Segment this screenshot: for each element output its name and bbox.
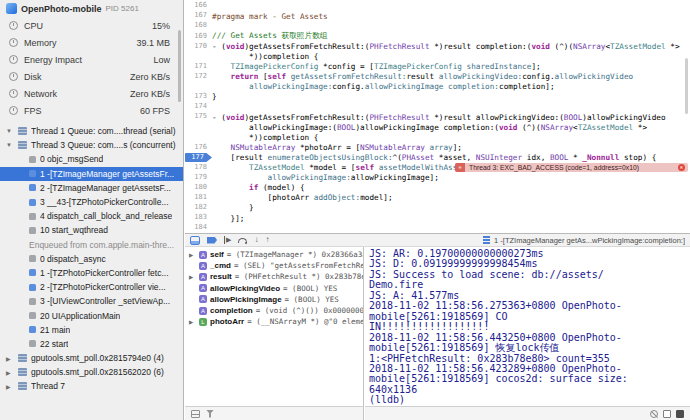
code-text: allowPickingImage:config.allowPickingIma… [212, 82, 555, 91]
stack-frame-row[interactable]: 3 -[UIViewController _setViewAp... [0, 294, 183, 308]
show-variables-toggle-icon[interactable] [663, 410, 671, 418]
line-number: 166 [185, 1, 212, 11]
frame-jump-label: 1 -[TZImageManager getAs...wPickingImage… [494, 236, 685, 245]
show-console-toggle-icon[interactable] [676, 410, 684, 418]
breakpoints-toggle-button[interactable] [207, 237, 217, 244]
stack-frame-label: 1 -[TZImageManager getAssetsFr... [40, 169, 174, 179]
disclosure-triangle-icon[interactable]: ▶ [6, 383, 14, 390]
disclosure-triangle-icon[interactable]: ▼ [6, 128, 14, 134]
line-number [185, 82, 212, 92]
stack-frame-label: 2 -[TZPhotoPickerController vie... [40, 282, 166, 292]
code-line: 178 TZAssetModel *model = [self assetMod… [185, 163, 690, 173]
line-number: 176 [185, 143, 212, 153]
code-text: - (void)getAssetsFromFetchResult:(PHFetc… [212, 113, 666, 122]
code-text: #pragma mark - Get Assets [212, 12, 328, 21]
stack-frame-row[interactable]: 3 __43-[TZPhotoPickerControlle... [0, 195, 183, 209]
hide-debug-area-button[interactable] [190, 236, 200, 245]
variable-row[interactable]: ▶LphotoArr= (__NSArrayM *) @"0 elements" [185, 316, 363, 327]
disclosure-triangle-icon[interactable]: ▶ [189, 274, 196, 280]
variable-type-icon: A [199, 262, 207, 270]
code-line: 176 NSMutableArray *photoArr = [NSMutabl… [185, 142, 690, 152]
variables-scope-icon[interactable] [191, 410, 200, 418]
variable-row[interactable]: Acompletion= (void (^)()) 0x000000010038… [185, 305, 363, 316]
frame-jump-bar[interactable]: 1 -[TZImageManager getAs...wPickingImage… [483, 236, 685, 245]
stack-frame-row[interactable]: 20 UIApplicationMain [0, 308, 183, 322]
console-line: mobile[5261:1918569] cocos2d: surface si… [369, 374, 690, 384]
line-number: 168 [185, 21, 212, 31]
thread-row[interactable]: ▼Thread 3 Queue: com....s (concurrent) [0, 138, 183, 152]
variable-row[interactable]: AallowPickingImage= (BOOL) YES [185, 294, 363, 305]
stack-frame-icon [29, 269, 36, 276]
thread-row[interactable]: ▼Thread 1 Queue: com....thread (serial) [0, 124, 183, 138]
code-text: *))completion { [212, 133, 318, 142]
disclosure-triangle-icon[interactable]: ▼ [6, 142, 14, 148]
stack-frame-row[interactable]: 2 -[TZPhotoPickerController vie... [0, 280, 183, 294]
step-into-button[interactable]: ↓ [254, 236, 258, 244]
stack-frame-row[interactable]: 4 dispatch_call_block_and_release [0, 209, 183, 223]
gauge-row[interactable]: CPU15% [0, 17, 183, 34]
variable-value: = (SEL) "getAssetsFromFetchResult:allowP… [234, 261, 363, 270]
code-line: 168 [185, 21, 690, 31]
gauge-row[interactable]: DiskZero KB/s [0, 68, 183, 85]
gauge-row[interactable]: NetworkZero KB/s [0, 85, 183, 102]
stack-frame-row[interactable]: 10 start_wqthread [0, 223, 183, 237]
stack-frame-icon [29, 312, 36, 319]
variable-name: result [210, 272, 232, 281]
variable-row[interactable]: ▶Aself= (TZImageManager *) 0x28366a3a0 [185, 249, 363, 260]
variable-value: = (BOOL) YES [283, 284, 337, 293]
line-number: 173 [185, 92, 212, 102]
stack-frame-label: 3 __43-[TZPhotoPickerControlle... [40, 197, 169, 207]
thread-row[interactable]: ▶Thread 7 [0, 379, 183, 393]
line-number [185, 52, 212, 62]
code-line: *))completion { [185, 132, 690, 142]
breakpoint-indicator[interactable]: 177 [185, 153, 212, 163]
gauge-row[interactable]: Energy ImpactLow [0, 51, 183, 68]
disclosure-triangle-icon[interactable]: ▶ [6, 355, 14, 362]
stack-frame-row[interactable]: 0 objc_msgSend [0, 152, 183, 166]
thread-icon [18, 127, 27, 135]
breakpoints-toggle-icon [207, 237, 217, 244]
line-number: 171 [185, 62, 212, 72]
disclosure-triangle-icon[interactable]: ▶ [189, 319, 196, 325]
crash-annotation[interactable]: =Thread 3: EXC_BAD_ACCESS (code=1, addre… [455, 163, 688, 172]
clear-console-icon[interactable] [650, 410, 658, 418]
gauge-value: Low [153, 55, 170, 65]
filter-funnel-icon[interactable] [206, 410, 214, 418]
code-line: 182 } [185, 203, 690, 213]
stack-frame-row[interactable]: 21 main [0, 323, 183, 337]
sidebar-scrollbar[interactable] [178, 30, 181, 102]
step-out-button[interactable]: ↑ [265, 236, 269, 244]
stack-frame-row[interactable]: 2 -[TZImageManager getAssetsF... [0, 181, 183, 195]
process-header[interactable]: OpenPhoto-mobile PID 5261 [0, 0, 183, 17]
stack-frame-row[interactable]: 0 dispatch_async [0, 252, 183, 266]
gauge-row[interactable]: FPS60 FPS [0, 102, 183, 119]
disclosure-triangle-icon[interactable]: ▶ [6, 369, 14, 376]
debug-toolbar-buttons: ▶↓↑ [190, 236, 269, 245]
console-view[interactable]: JS: AR: 0.19700000000000273msJS: D: 0.09… [365, 247, 690, 406]
variable-row[interactable]: AallowPickingVideo= (BOOL) YES [185, 283, 363, 294]
stack-frame-row[interactable]: 1 -[TZPhotoPickerController fetc... [0, 266, 183, 280]
error-badge-icon[interactable]: ✕ [678, 164, 685, 171]
thread-row[interactable]: ▶gputools.smt_poll.0x281562020 (6) [0, 365, 183, 379]
code-line: 173} [185, 92, 690, 102]
enqueued-note-row: Enqueued from com.apple.main-thre... [0, 238, 183, 252]
code-line: 184 [185, 223, 690, 233]
variable-row[interactable]: ▶Aresult= (PHFetchResult *) 0x283b78e80 [185, 271, 363, 282]
stack-frame-row[interactable]: 1 -[TZImageManager getAssetsFr... [0, 167, 183, 181]
stack-frame-label: 10 start_wqthread [40, 225, 108, 235]
stack-frame-row[interactable]: 22 start [0, 337, 183, 351]
thread-label: Thread 1 Queue: com....thread (serial) [31, 126, 176, 136]
cpu-gauge-icon [9, 21, 18, 30]
code-text: } [212, 92, 217, 101]
disclosure-triangle-icon[interactable]: ▶ [189, 252, 196, 258]
step-over-button[interactable] [238, 238, 247, 243]
variable-row[interactable]: A_cmd= (SEL) "getAssetsFromFetchResult:a… [185, 260, 363, 271]
gauge-row[interactable]: Memory39.1 MB [0, 34, 183, 51]
continue-button[interactable]: ▶ [224, 236, 231, 244]
thread-row[interactable]: ▶gputools.smt_poll.0x2815794e0 (4) [0, 351, 183, 365]
stack-frame-icon [29, 170, 36, 177]
source-editor[interactable]: 166167#pragma mark - Get Assets168169///… [185, 0, 690, 233]
code-line: 174 [185, 102, 690, 112]
variable-name: completion [210, 306, 253, 315]
editor-scrollbar[interactable] [685, 58, 688, 114]
